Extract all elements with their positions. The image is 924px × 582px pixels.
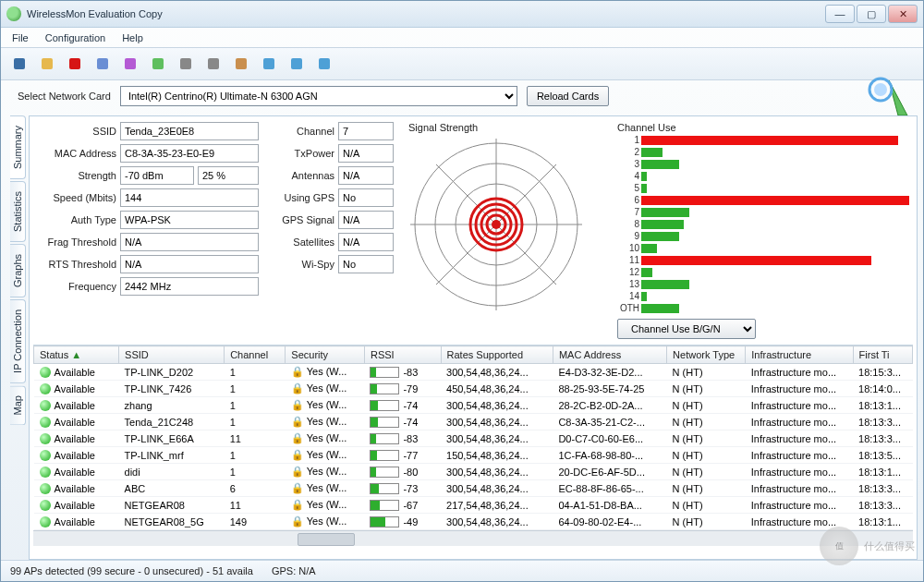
lock-icon: 🔒	[291, 482, 304, 493]
cell-rssi: -74	[403, 400, 418, 411]
save-icon[interactable]	[8, 53, 30, 75]
folder-icon[interactable]	[36, 53, 58, 75]
frag-label: Frag Threshold	[37, 236, 116, 248]
maximize-button[interactable]: ▢	[857, 5, 886, 23]
horizontal-scrollbar[interactable]	[33, 530, 913, 546]
cell-first-time: 18:13:3...	[853, 497, 912, 514]
tab-graphs[interactable]: Graphs	[10, 244, 26, 297]
channel-bar	[641, 232, 679, 241]
cell-infrastructure: Infrastructure mo...	[746, 397, 853, 414]
cell-rssi: -77	[403, 450, 418, 461]
cell-rates: 217,54,48,36,24...	[441, 497, 553, 514]
lock-icon: 🔒	[291, 499, 304, 510]
cell-first-time: 18:13:3...	[853, 480, 912, 497]
windows-icon[interactable]	[119, 53, 141, 75]
export-icon[interactable]	[147, 53, 169, 75]
cell-rssi: -83	[403, 367, 418, 378]
cell-ssid: TP-LINK_7426	[119, 381, 225, 397]
globe-icon[interactable]	[258, 53, 280, 75]
clipboard-icon[interactable]	[230, 53, 252, 75]
col-rates[interactable]: Rates Supported	[441, 346, 553, 364]
link-icon[interactable]	[91, 53, 114, 75]
channel-bar	[641, 184, 647, 193]
table-row[interactable]: Availablezhang1🔒 Yes (W...-74300,54,48,3…	[34, 397, 913, 414]
channel-label: 5	[617, 183, 639, 193]
copy-icon[interactable]	[202, 53, 225, 75]
cell-mac: 20-DC-E6-AF-5D...	[553, 464, 666, 480]
menu-help[interactable]: Help	[122, 32, 143, 43]
txpower-field: N/A	[338, 144, 394, 163]
table-row[interactable]: AvailableTP-LINK_mrf1🔒 Yes (W...-77150,5…	[34, 447, 913, 464]
status-text: Available	[55, 500, 95, 511]
col-mac[interactable]: MAC Address	[553, 346, 666, 364]
watermark: 值什么值得买	[820, 527, 915, 565]
cell-first-time: 18:13:3...	[853, 414, 912, 430]
cell-network-type: N (HT)	[667, 497, 746, 514]
channel-bar	[641, 292, 647, 301]
ssid-label: SSID	[37, 126, 116, 137]
table-row[interactable]: AvailableTP-LINK_E66A11🔒 Yes (W...-83300…	[34, 430, 913, 447]
satellites-label: Satellites	[274, 236, 334, 248]
cell-ssid: zhang	[119, 397, 225, 414]
frag-field: N/A	[120, 233, 259, 251]
status-dot-icon	[40, 417, 51, 428]
table-row[interactable]: AvailableNETGEAR0811🔒 Yes (W...-67217,54…	[34, 497, 913, 514]
channel-bar	[641, 280, 689, 289]
lock-icon: 🔒	[291, 366, 304, 377]
cell-mac: 28-2C-B2-0D-2A...	[553, 397, 666, 414]
tab-map[interactable]: Map	[10, 385, 26, 425]
tab-ip-connection[interactable]: IP Connection	[10, 299, 26, 383]
rssi-bar	[370, 433, 399, 444]
col-infrastructure[interactable]: Infrastructure	[746, 346, 853, 364]
table-row[interactable]: AvailableTP-LINK_D2021🔒 Yes (W...-83300,…	[34, 364, 913, 381]
cell-ssid: NETGEAR08	[119, 497, 225, 514]
channel-bar	[641, 304, 679, 313]
svg-rect-10	[291, 58, 302, 69]
cell-mac: D0-C7-C0-60-E6...	[553, 430, 666, 447]
cell-security: Yes (W...	[307, 399, 347, 410]
close-button[interactable]: ✕	[888, 5, 918, 23]
cell-mac: EC-88-8F-86-65-...	[553, 480, 666, 497]
print-icon[interactable]	[175, 53, 197, 75]
cell-rssi: -74	[403, 417, 418, 428]
cell-channel: 1	[225, 397, 286, 414]
refresh-icon[interactable]	[286, 53, 308, 75]
ap-table: Status ▲ SSID Channel Security RSSI Rate…	[33, 346, 913, 530]
cell-ssid: NETGEAR08_5G	[119, 514, 225, 530]
menu-configuration[interactable]: Configuration	[45, 32, 105, 43]
status-dot-icon	[40, 367, 51, 378]
col-channel[interactable]: Channel	[225, 346, 286, 364]
table-row[interactable]: Availabledidi1🔒 Yes (W...-80300,54,48,36…	[34, 464, 913, 480]
tab-summary[interactable]: Summary	[10, 115, 26, 179]
tab-statistics[interactable]: Statistics	[10, 181, 26, 242]
table-row[interactable]: AvailableABC6🔒 Yes (W...-73300,54,48,36,…	[34, 480, 913, 497]
cell-ssid: TP-LINK_D202	[119, 364, 225, 381]
col-ssid[interactable]: SSID	[119, 346, 225, 364]
minimize-button[interactable]: —	[825, 5, 855, 23]
help-icon[interactable]	[313, 53, 335, 75]
channel-label: 13	[617, 279, 639, 289]
status-text: Available	[55, 367, 95, 378]
network-card-select[interactable]: Intel(R) Centrino(R) Ultimate-N 6300 AGN	[120, 86, 517, 106]
status-text: Available	[55, 483, 95, 494]
channel-use-select[interactable]: Channel Use B/G/N	[617, 319, 756, 339]
col-security[interactable]: Security	[286, 346, 365, 364]
menu-file[interactable]: File	[12, 32, 29, 43]
col-status[interactable]: Status ▲	[34, 346, 119, 364]
target-icon[interactable]	[64, 53, 86, 75]
wispy-field: No	[338, 255, 394, 273]
col-first-time[interactable]: First Ti	[853, 346, 912, 364]
channel-bar	[641, 172, 647, 181]
table-row[interactable]: AvailableTenda_21C2481🔒 Yes (W...-74300,…	[34, 414, 913, 430]
col-rssi[interactable]: RSSI	[364, 346, 441, 364]
cell-security: Yes (W...	[307, 482, 347, 493]
channel-bar	[641, 160, 679, 169]
table-row[interactable]: AvailableNETGEAR08_5G149🔒 Yes (W...-4930…	[34, 514, 913, 530]
cell-mac: 04-A1-51-D8-BA...	[553, 497, 666, 514]
col-network-type[interactable]: Network Type	[667, 346, 746, 364]
table-row[interactable]: AvailableTP-LINK_74261🔒 Yes (W...-79450,…	[34, 381, 913, 397]
cell-infrastructure: Infrastructure mo...	[746, 414, 853, 430]
cell-rssi: -73	[403, 483, 418, 494]
cell-rssi: -67	[403, 500, 418, 511]
reload-cards-button[interactable]: Reload Cards	[527, 86, 609, 106]
